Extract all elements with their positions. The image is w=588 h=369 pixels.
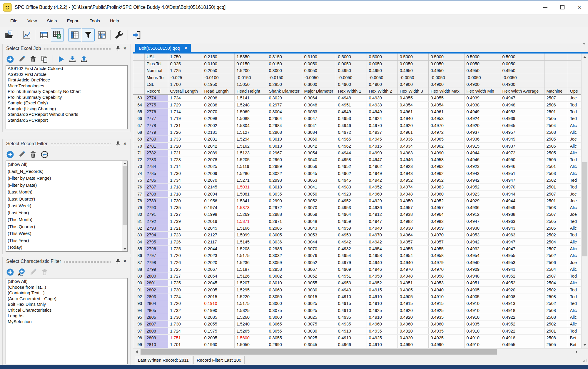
data-cell[interactable]: 0.4925 xyxy=(428,334,464,341)
edit-record-filter-button[interactable] xyxy=(18,151,26,158)
data-cell[interactable]: 0.4908 xyxy=(500,293,544,300)
pin-icon[interactable] xyxy=(115,141,121,146)
data-cell[interactable]: 0.4953 xyxy=(500,259,544,266)
data-cell[interactable]: 0.4957 xyxy=(397,238,428,245)
data-cell[interactable]: 0.3044 xyxy=(302,238,336,245)
data-cell[interactable]: Ted xyxy=(568,232,581,238)
data-cell[interactable]: 0.4920 xyxy=(397,307,428,314)
data-cell[interactable]: 1.724 xyxy=(168,95,202,101)
data-cell[interactable]: 0.4954 xyxy=(397,252,428,259)
data-cell[interactable]: Ted xyxy=(568,218,581,225)
data-cell[interactable]: 1.5248 xyxy=(234,101,267,108)
data-cell[interactable]: 0.4958 xyxy=(428,252,464,259)
spec-value[interactable]: -0.0050 xyxy=(428,74,464,81)
pin-icon[interactable] xyxy=(115,46,121,51)
data-cell[interactable]: 0.4979 xyxy=(336,259,367,266)
list-item[interactable]: (Last_N_Records) xyxy=(6,168,127,175)
data-cell[interactable]: 0.4910 xyxy=(336,328,367,334)
data-cell[interactable]: 2506 xyxy=(544,259,568,266)
data-cell[interactable]: 1.5141 xyxy=(234,95,267,101)
data-cell[interactable]: 0.2042 xyxy=(202,143,234,149)
spec-value[interactable]: 0.5000 xyxy=(500,54,544,60)
panel-close-icon[interactable]: × xyxy=(122,46,128,51)
data-cell[interactable]: 0.3043 xyxy=(302,225,336,231)
data-cell[interactable]: 2506 xyxy=(544,225,568,231)
spec-value[interactable]: -0.025 xyxy=(168,74,202,81)
data-cell[interactable]: 0.3035 xyxy=(267,191,302,197)
data-cell[interactable]: 0.2009 xyxy=(202,170,234,177)
spec-value[interactable]: 0.0050 xyxy=(367,60,397,67)
record-cell[interactable]: 2777 xyxy=(144,115,168,122)
data-cell[interactable]: 0.4910 xyxy=(367,314,397,320)
data-cell[interactable]: 0.4937 xyxy=(500,143,544,149)
data-cell[interactable]: 1.721 xyxy=(168,149,202,156)
data-cell[interactable]: 1.730 xyxy=(168,321,202,328)
list-item[interactable]: Lengths xyxy=(6,313,127,319)
data-cell[interactable]: 0.4910 xyxy=(464,300,500,307)
data-cell[interactable]: 1.5600 xyxy=(234,334,267,341)
data-cell[interactable]: 0.3042 xyxy=(302,143,336,149)
data-cell[interactable]: 0.1975 xyxy=(202,328,234,334)
record-cell[interactable]: 2786 xyxy=(144,177,168,183)
spec-value[interactable]: -0.0100 xyxy=(202,74,234,81)
list-item[interactable]: AS9102 First Article xyxy=(6,71,127,77)
data-cell[interactable]: 0.4952 xyxy=(336,197,367,204)
data-cell[interactable]: 0.4924 xyxy=(464,115,500,122)
spec-value[interactable] xyxy=(568,60,581,67)
list-item[interactable]: Prolink Summary Capability xyxy=(6,94,127,100)
data-cell[interactable]: 0.4932 xyxy=(336,245,367,252)
list-item[interactable]: MicroTechnologies xyxy=(6,83,127,89)
data-cell[interactable]: 0.4941 xyxy=(500,266,544,273)
column-header[interactable]: Hex Width Average xyxy=(500,88,544,94)
record-cell[interactable]: 2781 xyxy=(144,143,168,149)
list-item[interactable]: MySelection xyxy=(6,319,127,325)
data-cell[interactable]: 0.4990 xyxy=(367,149,397,156)
data-cell[interactable]: 0.4960 xyxy=(367,321,397,328)
data-cell[interactable]: Ted xyxy=(568,115,581,122)
data-cell[interactable]: 2503 xyxy=(544,129,568,136)
data-cell[interactable]: 2508 xyxy=(544,293,568,300)
data-cell[interactable]: 0.4937 xyxy=(464,129,500,136)
data-cell[interactable]: 0.3030 xyxy=(302,328,336,334)
data-cell[interactable]: 1.5081 xyxy=(234,191,267,197)
edit-job-button[interactable] xyxy=(18,55,26,63)
scrollbar-thumb[interactable] xyxy=(582,162,587,256)
data-cell[interactable]: 0.2971 xyxy=(267,218,302,225)
data-cell[interactable]: 1.720 xyxy=(168,252,202,259)
data-cell[interactable]: 0.4932 xyxy=(464,245,500,252)
data-cell[interactable]: 0.4920 xyxy=(500,286,544,293)
data-cell[interactable]: 0.4947 xyxy=(464,218,500,225)
data-cell[interactable]: 0.3015 xyxy=(302,293,336,300)
data-cell[interactable]: 0.4936 xyxy=(464,136,500,143)
data-cell[interactable]: 2501 xyxy=(544,197,568,204)
data-cell[interactable]: 0.2035 xyxy=(202,314,234,320)
data-cell[interactable]: 0.4915 xyxy=(336,300,367,307)
data-cell[interactable]: 2503 xyxy=(544,170,568,177)
data-cell[interactable]: 0.3065 xyxy=(267,321,302,328)
data-cell[interactable]: 0.4953 xyxy=(500,108,544,115)
add-named-filter-button[interactable]: A.. xyxy=(18,268,26,276)
data-cell[interactable]: 2507 xyxy=(544,211,568,218)
spec-value[interactable]: 1.5350 xyxy=(234,54,267,60)
spec-value[interactable]: -0.0050 xyxy=(500,74,544,81)
data-cell[interactable]: 0.2986 xyxy=(267,225,302,231)
spec-value[interactable]: -0.0050 xyxy=(397,74,428,81)
data-cell[interactable]: 0.3060 xyxy=(302,136,336,143)
data-cell[interactable]: 0.4938 xyxy=(367,101,397,108)
data-cell[interactable]: 0.2045 xyxy=(202,225,234,231)
spec-value[interactable]: 0.4950 xyxy=(464,67,500,74)
data-cell[interactable]: 0.4972 xyxy=(336,129,367,136)
data-cell[interactable]: 0.4936 xyxy=(367,204,397,211)
data-cell[interactable]: 0.4962 xyxy=(336,170,367,177)
data-cell[interactable]: 0.4957 xyxy=(500,129,544,136)
data-cell[interactable]: 0.2044 xyxy=(202,245,234,252)
data-cell[interactable]: 0.4959 xyxy=(336,225,367,231)
data-cell[interactable]: 0.2960 xyxy=(267,156,302,163)
data-cell[interactable]: 0.4929 xyxy=(464,197,500,204)
data-cell[interactable]: 0.4952 xyxy=(500,321,544,328)
data-cell[interactable]: 0.4946 xyxy=(464,156,500,163)
run-job-button[interactable] xyxy=(57,55,65,63)
data-cell[interactable]: 0.4972 xyxy=(500,149,544,156)
edit-characteristic-filter-button-disabled[interactable] xyxy=(29,268,37,276)
data-cell[interactable]: 0.2953 xyxy=(267,266,302,273)
